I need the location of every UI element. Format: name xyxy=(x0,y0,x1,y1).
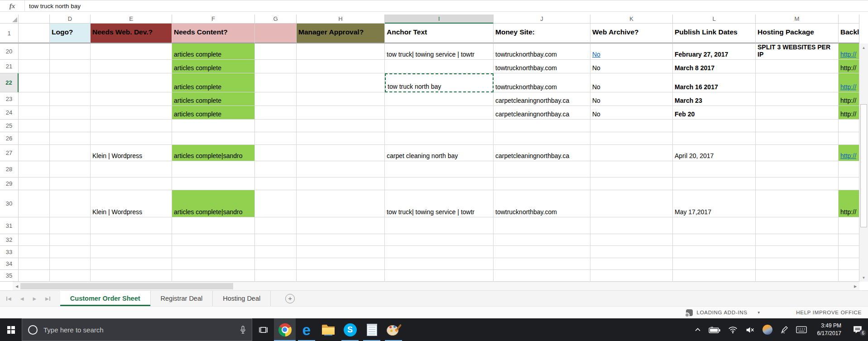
taskbar-app-notepad[interactable] xyxy=(361,318,383,341)
cell-F29[interactable] xyxy=(172,178,255,190)
cell-I25[interactable] xyxy=(385,120,494,132)
tab-registrar-deal[interactable]: Registrar Deal xyxy=(151,291,213,306)
cell-I30[interactable]: tow truck| towing service | towtr xyxy=(385,190,494,217)
cell-M20[interactable]: ********* STANDARD - SPLIT 3 WEBSITES PE… xyxy=(756,43,839,60)
cell-I21[interactable] xyxy=(385,60,494,73)
cell-L28[interactable] xyxy=(673,161,756,178)
cell-F31[interactable] xyxy=(172,217,255,234)
cell-J33[interactable] xyxy=(494,246,590,258)
cell-G33[interactable] xyxy=(255,246,297,258)
cell-J21[interactable]: towtrucknorthbay.com xyxy=(494,60,590,73)
cell-K21[interactable]: No xyxy=(590,60,673,73)
cell-I27[interactable]: carpet cleaning north bay xyxy=(385,145,494,161)
cell-E23[interactable] xyxy=(91,92,172,106)
cell-L33[interactable] xyxy=(673,246,756,258)
cell-E35[interactable] xyxy=(91,270,172,282)
cell-I26[interactable] xyxy=(385,132,494,145)
cell-J26[interactable] xyxy=(494,132,590,145)
taskbar-app-paint[interactable] xyxy=(383,318,404,341)
next-sheet-icon[interactable]: ▶ xyxy=(33,296,36,301)
cell-H28[interactable] xyxy=(297,161,385,178)
cell-J28[interactable] xyxy=(494,161,590,178)
cell-K20[interactable]: No xyxy=(590,43,673,60)
cell-M34[interactable] xyxy=(756,258,839,270)
cell-D24[interactable] xyxy=(50,106,91,120)
cell-C20[interactable] xyxy=(19,43,50,60)
formula-input[interactable]: tow truck north bay xyxy=(25,0,868,11)
cell-K25[interactable] xyxy=(590,120,673,132)
cell-G20[interactable] xyxy=(255,43,297,60)
cell-D21[interactable] xyxy=(50,60,91,73)
add-sheet-button[interactable]: + xyxy=(285,294,295,303)
cell-M31[interactable] xyxy=(756,217,839,234)
cell-E29[interactable] xyxy=(91,178,172,190)
cell-H33[interactable] xyxy=(297,246,385,258)
vertical-scroll-thumb[interactable] xyxy=(860,104,867,227)
cell-J32[interactable] xyxy=(494,234,590,246)
select-all-corner[interactable] xyxy=(0,14,19,24)
cell-K32[interactable] xyxy=(590,234,673,246)
cell-J25[interactable] xyxy=(494,120,590,132)
cell-F24[interactable]: articles complete xyxy=(172,106,255,120)
cell-H34[interactable] xyxy=(297,258,385,270)
column-header-E[interactable]: E xyxy=(91,14,172,24)
column-header-L[interactable]: L xyxy=(673,14,756,24)
cell-E22[interactable] xyxy=(91,73,172,92)
cell-F34[interactable] xyxy=(172,258,255,270)
cell-G34[interactable] xyxy=(255,258,297,270)
column-header-I[interactable]: I xyxy=(385,14,494,24)
column-header-N[interactable] xyxy=(839,14,859,24)
cell-I35[interactable] xyxy=(385,270,494,282)
cell-I24[interactable] xyxy=(385,106,494,120)
cell-K34[interactable] xyxy=(590,258,673,270)
cell-I29[interactable] xyxy=(385,178,494,190)
cell-E32[interactable] xyxy=(91,234,172,246)
cell-L35[interactable] xyxy=(673,270,756,282)
row-header-24[interactable]: 24 xyxy=(0,106,19,120)
cell-J30[interactable]: towtrucknorthbay.com xyxy=(494,190,590,217)
touch-keyboard-icon[interactable] xyxy=(796,326,807,333)
cell-K28[interactable] xyxy=(590,161,673,178)
cell-I20[interactable]: tow truck| towing service | towtr xyxy=(385,43,494,60)
cell-N28[interactable] xyxy=(839,161,859,178)
chevron-down-icon[interactable]: ▼ xyxy=(757,311,761,315)
cell-C30[interactable] xyxy=(19,190,50,217)
cell-L20[interactable]: February 27, 2017 xyxy=(673,43,756,60)
row-header-22[interactable]: 22 xyxy=(0,73,19,92)
row-header-33[interactable]: 33 xyxy=(0,246,19,258)
cell-G24[interactable] xyxy=(255,106,297,120)
cell-I22[interactable]: tow truck north bay xyxy=(385,73,494,92)
cell-C31[interactable] xyxy=(19,217,50,234)
column-header-J[interactable]: J xyxy=(494,14,590,24)
cell-E26[interactable] xyxy=(91,132,172,145)
cell-M22[interactable] xyxy=(756,73,839,92)
cell-N21[interactable]: http:// xyxy=(839,60,859,73)
cell-H29[interactable] xyxy=(297,178,385,190)
cell-E1[interactable]: Needs Web. Dev.? xyxy=(91,24,172,43)
cell-E21[interactable] xyxy=(91,60,172,73)
scroll-right-icon[interactable]: ▶ xyxy=(852,282,858,290)
cell-C29[interactable] xyxy=(19,178,50,190)
cell-G31[interactable] xyxy=(255,217,297,234)
row-header-31[interactable]: 31 xyxy=(0,217,19,234)
cell-E28[interactable] xyxy=(91,161,172,178)
microphone-icon[interactable] xyxy=(240,326,246,334)
cell-M33[interactable] xyxy=(756,246,839,258)
search-input[interactable]: Type here to search xyxy=(43,326,234,334)
task-view-button[interactable] xyxy=(252,318,274,341)
cell-J24[interactable]: carpetcleaningnorthbay.ca xyxy=(494,106,590,120)
cell-F30[interactable]: articles complete|sandro xyxy=(172,190,255,217)
cell-M23[interactable] xyxy=(756,92,839,106)
cell-N34[interactable] xyxy=(839,258,859,270)
cell-K29[interactable] xyxy=(590,178,673,190)
cell-L22[interactable]: March 16 2017 xyxy=(673,73,756,92)
cell-C25[interactable] xyxy=(19,120,50,132)
cell-L27[interactable]: April 20, 2017 xyxy=(673,145,756,161)
scroll-up-icon[interactable]: ▲ xyxy=(859,44,868,51)
cell-L30[interactable]: May 17,2017 xyxy=(673,190,756,217)
cell-J23[interactable]: carpetcleaningnorthbay.ca xyxy=(494,92,590,106)
row-header-27[interactable]: 27 xyxy=(0,145,19,161)
cell-G30[interactable] xyxy=(255,190,297,217)
cell-M28[interactable] xyxy=(756,161,839,178)
row-header-30[interactable]: 30 xyxy=(0,190,19,217)
